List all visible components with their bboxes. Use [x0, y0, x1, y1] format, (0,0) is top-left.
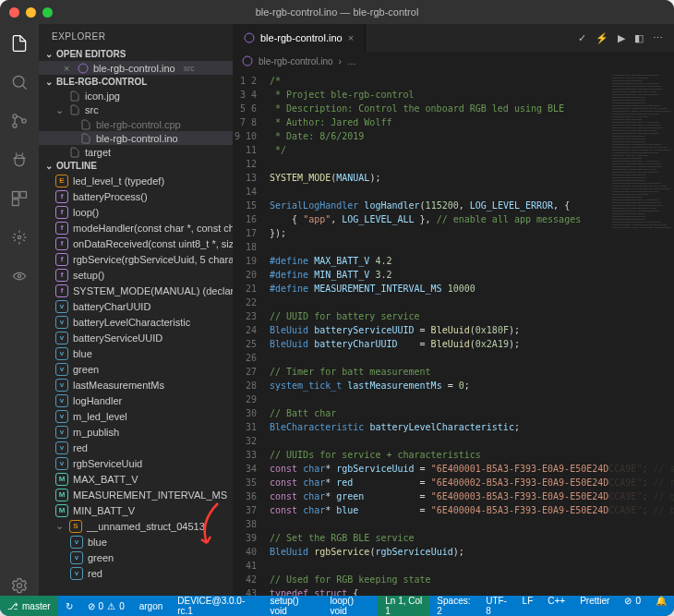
- more-icon[interactable]: ⋯: [653, 32, 663, 44]
- open-editor-item[interactable]: ×ble-rgb-control.inosrc: [39, 61, 233, 75]
- activity-bar: [0, 24, 39, 596]
- file-tree-item[interactable]: icon.jpg: [39, 89, 233, 103]
- outline-item[interactable]: MMAX_BATT_V: [39, 471, 233, 487]
- problems-indicator[interactable]: ⊘ 0 ⚠ 0: [80, 596, 132, 616]
- flash-icon[interactable]: ⚡: [596, 32, 608, 44]
- split-icon[interactable]: ◧: [634, 32, 644, 44]
- outline-item[interactable]: fmodeHandler(const char *, const char *): [39, 220, 233, 236]
- fn-loop[interactable]: loop() void: [322, 596, 378, 616]
- gear-icon[interactable]: [9, 575, 30, 596]
- svg-rect-6: [13, 199, 19, 206]
- svg-point-8: [18, 274, 20, 277]
- branch-indicator[interactable]: ⎇ master: [0, 596, 58, 616]
- outline-item[interactable]: ⌄S__unnamed_struct_04513: [39, 518, 233, 534]
- open-editors-header[interactable]: ⌄OPEN EDITORS: [39, 47, 233, 61]
- liveshare-icon[interactable]: [9, 266, 30, 286]
- outline-item[interactable]: vblue: [39, 534, 233, 550]
- titlebar: ble-rgb-control.ino — ble-rgb-control: [0, 0, 674, 24]
- outline-item[interactable]: vm_publish: [39, 424, 233, 440]
- outline-item[interactable]: Eled_level_t (typedef): [39, 173, 233, 188]
- outline-item[interactable]: frgbService(rgbServiceUuid, 5 characteri…: [39, 251, 233, 267]
- prettier[interactable]: Prettier: [572, 596, 617, 606]
- file-tree-item[interactable]: ble-rgb-control.cpp: [39, 117, 233, 131]
- tab-close-icon[interactable]: ×: [348, 32, 354, 43]
- editor: ble-rgb-control.ino × ✓ ⚡ ▶ ◧ ⋯ ble-rgb-…: [233, 24, 674, 596]
- svg-point-9: [18, 584, 22, 588]
- status-bar: ⎇ master ↻ ⊘ 0 ⚠ 0 argon DEVICE@3.0.0-rc…: [0, 596, 674, 616]
- outline-item[interactable]: vlogHandler: [39, 393, 233, 408]
- target-platform[interactable]: argon: [132, 596, 171, 616]
- particle-icon[interactable]: [9, 227, 30, 248]
- device-os[interactable]: DEVICE@3.0.0-rc.1: [170, 596, 262, 616]
- outline-item[interactable]: fonDataReceived(const uint8_t *, size_t,…: [39, 236, 233, 251]
- breadcrumb[interactable]: ble-rgb-control.ino›…: [233, 52, 674, 70]
- project-header[interactable]: ⌄BLE-RGB-CONTROL: [39, 75, 233, 89]
- outline-item[interactable]: vbatteryLevelCharacteristic: [39, 314, 233, 330]
- outline-item[interactable]: fSYSTEM_MODE(MANUAL) (declaration): [39, 283, 233, 298]
- outline-item[interactable]: vred: [39, 565, 233, 581]
- outline-item[interactable]: vgreen: [39, 550, 233, 565]
- bell-icon[interactable]: 🔔: [648, 596, 674, 606]
- eol[interactable]: LF: [515, 596, 541, 606]
- tab-label: ble-rgb-control.ino: [260, 32, 343, 43]
- svg-point-0: [13, 76, 24, 87]
- outline-item[interactable]: floop(): [39, 204, 233, 220]
- sidebar-title: EXPLORER: [39, 24, 233, 47]
- outline-item[interactable]: MMEASUREMENT_INTERVAL_MS: [39, 487, 233, 502]
- outline-header[interactable]: ⌄OUTLINE: [39, 159, 233, 173]
- search-icon[interactable]: [9, 72, 30, 92]
- source-control-icon[interactable]: [9, 111, 30, 131]
- outline-item[interactable]: vm_led_level: [39, 408, 233, 424]
- tab-active[interactable]: ble-rgb-control.ino ×: [233, 24, 366, 52]
- svg-point-1: [13, 115, 17, 118]
- line-gutter: 1 2 3 4 5 6 7 8 9 10 11 12 13 14 15 16 1…: [233, 70, 264, 596]
- svg-point-11: [245, 33, 254, 42]
- outline-item[interactable]: vred: [39, 440, 233, 455]
- file-tree-item[interactable]: ble-rgb-control.ino: [39, 131, 233, 145]
- outline-item[interactable]: fsetup(): [39, 267, 233, 283]
- minimap[interactable]: ▬ ▬▬▬▬▬▬▬▬▬▬▬▬▬ ▬▬▬▬▬▬▬▬▬▬▬▬▬▬▬▬▬▬▬▬▬▬▬▬…: [609, 70, 674, 596]
- svg-rect-5: [20, 192, 27, 199]
- outline-item[interactable]: vbatteryCharUUID: [39, 298, 233, 314]
- sidebar: EXPLORER ⌄OPEN EDITORS ×ble-rgb-control.…: [39, 24, 233, 596]
- svg-point-12: [243, 56, 252, 66]
- outline-item[interactable]: vbatteryServiceUUID: [39, 330, 233, 345]
- lint-indicator[interactable]: ⊘ 0: [617, 596, 648, 606]
- explorer-icon[interactable]: [9, 33, 30, 54]
- indentation[interactable]: Spaces: 2: [429, 596, 478, 616]
- sync-button[interactable]: ↻: [58, 596, 80, 616]
- tab-bar: ble-rgb-control.ino × ✓ ⚡ ▶ ◧ ⋯: [233, 24, 674, 52]
- debug-icon[interactable]: [9, 150, 30, 170]
- svg-rect-4: [13, 192, 19, 199]
- cursor-pos[interactable]: Ln 1, Col 1: [378, 596, 429, 616]
- outline-item[interactable]: fbatteryProcess(): [39, 188, 233, 204]
- file-icon: [244, 32, 255, 43]
- compile-icon[interactable]: ✓: [578, 32, 586, 44]
- outline-item[interactable]: vgreen: [39, 361, 233, 377]
- fn-setup[interactable]: setup() void: [262, 596, 322, 616]
- outline-item[interactable]: vblue: [39, 345, 233, 361]
- file-tree-item[interactable]: target: [39, 145, 233, 159]
- outline-item[interactable]: MMIN_BATT_V: [39, 502, 233, 518]
- extensions-icon[interactable]: [9, 188, 30, 209]
- language-mode[interactable]: C++: [540, 596, 572, 606]
- svg-point-2: [13, 124, 17, 127]
- close-icon[interactable]: ×: [64, 63, 73, 74]
- svg-point-10: [78, 64, 88, 73]
- file-tree-item[interactable]: ⌄ src: [39, 103, 233, 117]
- window-title: ble-rgb-control.ino — ble-rgb-control: [0, 6, 674, 18]
- outline-item[interactable]: vrgbServiceUuid: [39, 455, 233, 471]
- run-icon[interactable]: ▶: [618, 32, 625, 44]
- svg-point-7: [18, 236, 20, 238]
- encoding[interactable]: UTF-8: [478, 596, 514, 616]
- outline-item[interactable]: vlastMeasurementMs: [39, 377, 233, 393]
